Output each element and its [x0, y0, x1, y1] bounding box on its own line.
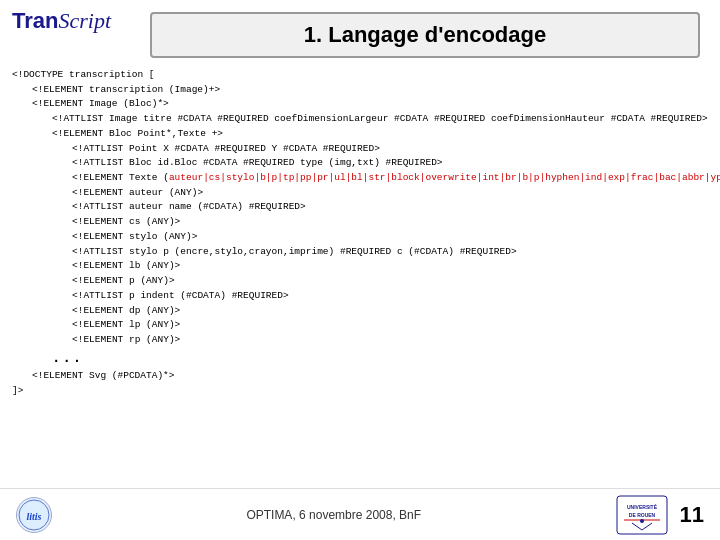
code-display: <!DOCTYPE transcription [ <!ELEMENT tran… — [12, 68, 708, 480]
code-line: <!ELEMENT Bloc Point*,Texte +> — [12, 127, 708, 142]
code-line: <!ATTLIST Image titre #CDATA #REQUIRED c… — [12, 112, 708, 127]
code-line: <!ELEMENT lp (ANY)> — [12, 318, 708, 333]
litis-icon: litis — [16, 497, 52, 533]
university-logo: UNIVERSITÉ DE ROUEN — [616, 495, 668, 535]
slide-title-box: 1. Langage d'encodage — [150, 12, 700, 58]
svg-text:DE ROUEN: DE ROUEN — [628, 512, 655, 518]
svg-point-6 — [640, 519, 644, 523]
conference-info: OPTIMA, 6 novembre 2008, BnF — [246, 508, 421, 522]
code-line: ]> — [12, 384, 708, 399]
code-line: <!ATTLIST stylo p (encre,stylo,crayon,im… — [12, 245, 708, 260]
code-line: <!ELEMENT lb (ANY)> — [12, 259, 708, 274]
code-line: <!ATTLIST p indent (#CDATA) #REQUIRED> — [12, 289, 708, 304]
code-line: <!ELEMENT Image (Bloc)*> — [12, 97, 708, 112]
slide-title: 1. Langage d'encodage — [168, 22, 682, 48]
code-line: <!ELEMENT Svg (#PCDATA)*> — [12, 369, 708, 384]
code-line: <!ELEMENT auteur (ANY)> — [12, 186, 708, 201]
code-line: <!ELEMENT p (ANY)> — [12, 274, 708, 289]
page-number: 11 — [680, 502, 704, 528]
code-line: <!ELEMENT dp (ANY)> — [12, 304, 708, 319]
app-logo: TranScript — [12, 8, 111, 34]
code-line: <!ELEMENT stylo (ANY)> — [12, 230, 708, 245]
logo-script: Script — [58, 8, 111, 33]
code-line: <!ELEMENT cs (ANY)> — [12, 215, 708, 230]
code-line: <!ELEMENT transcription (Image)+> — [12, 83, 708, 98]
svg-text:litis: litis — [26, 511, 41, 522]
code-line: <!ATTLIST auteur name (#CDATA) #REQUIRED… — [12, 200, 708, 215]
code-line: <!ATTLIST Bloc id.Bloc #CDATA #REQUIRED … — [12, 156, 708, 171]
code-line: <!DOCTYPE transcription [ — [12, 68, 708, 83]
code-line: <!ATTLIST Point X #CDATA #REQUIRED Y #CD… — [12, 142, 708, 157]
litis-logo: litis — [16, 497, 52, 533]
code-ellipsis: ... — [12, 348, 708, 370]
bottom-bar: litis OPTIMA, 6 novembre 2008, BnF UNIVE… — [0, 488, 720, 540]
conference-text: OPTIMA, 6 novembre 2008, BnF — [246, 508, 421, 522]
code-line: <!ELEMENT rp (ANY)> — [12, 333, 708, 348]
logo-tran: Tran — [12, 8, 58, 33]
code-line: <!ELEMENT Texte (auteur|cs|stylo|b|p|tp|… — [12, 171, 708, 186]
svg-text:UNIVERSITÉ: UNIVERSITÉ — [626, 503, 657, 510]
